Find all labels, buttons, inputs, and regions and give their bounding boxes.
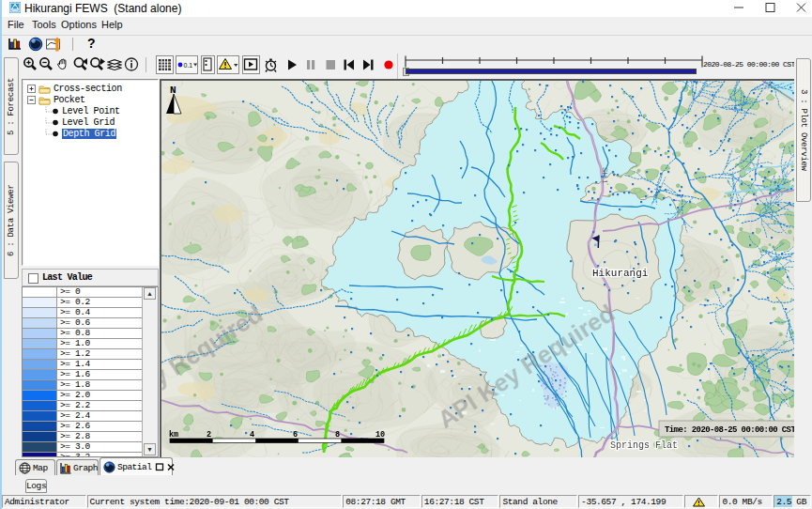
svg-text:Hikurangi: Hikurangi bbox=[592, 268, 649, 279]
tab-graph-label: Graph bbox=[73, 463, 98, 473]
svg-text:SH 1: SH 1 bbox=[601, 167, 609, 184]
layers-icon[interactable] bbox=[107, 56, 122, 74]
restore-icon[interactable] bbox=[155, 462, 164, 471]
zoom-in-icon[interactable] bbox=[23, 56, 38, 74]
svg-text:km: km bbox=[169, 430, 178, 440]
legend-swatch bbox=[23, 360, 57, 369]
scroll-down-icon[interactable]: ▼ bbox=[144, 443, 156, 455]
warning-dropdown[interactable] bbox=[217, 55, 239, 74]
toolbar-separator bbox=[72, 38, 73, 51]
status-cell: Stand alone bbox=[499, 495, 577, 508]
legend-swatch bbox=[23, 339, 57, 348]
logs-chart-icon[interactable] bbox=[8, 37, 23, 52]
timeline-slider[interactable] bbox=[404, 55, 704, 69]
toolbar-separator bbox=[146, 57, 146, 72]
tab-graph[interactable]: Graph bbox=[56, 459, 99, 475]
maximize-button[interactable] bbox=[756, 0, 784, 16]
interval-dropdown[interactable]: 0.1 bbox=[176, 55, 198, 74]
legend-list: >= 0 >= 0.2 >= 0.4 >= 0.6 >= 0.8 >= 1.0 … bbox=[22, 286, 159, 457]
step-forward-icon[interactable] bbox=[362, 58, 375, 71]
left-panel: Cross-section Pocket Level Point bbox=[21, 79, 160, 457]
timeline-date: 2020-08-25 00:00:00 CST bbox=[703, 60, 795, 69]
pan-hand-icon[interactable] bbox=[55, 56, 70, 74]
tab-data-viewer[interactable]: 6 : Data Viewer bbox=[4, 162, 19, 279]
menu-tools[interactable]: Tools bbox=[32, 19, 56, 30]
tab-map-label: Map bbox=[33, 463, 48, 473]
last-value-checkbox[interactable] bbox=[28, 273, 38, 284]
legend-swatch bbox=[23, 422, 57, 431]
status-bar: AdministratorCurrent system time:2020-09… bbox=[2, 494, 812, 509]
tree-row[interactable]: Depth Grid bbox=[23, 129, 159, 140]
step-back-icon[interactable] bbox=[343, 58, 355, 71]
zoom-previous-icon[interactable] bbox=[72, 56, 89, 74]
status-cell: 2.5 GB bbox=[774, 495, 811, 508]
legend-label: >= 1.2 bbox=[60, 348, 90, 359]
minimize-button[interactable] bbox=[725, 0, 753, 16]
status-cell: 08:27:18 GMT bbox=[343, 495, 421, 508]
legend-label: >= 0.2 bbox=[60, 297, 90, 307]
tab-logs[interactable]: Logs bbox=[25, 479, 47, 493]
svg-text:Springs Flat: Springs Flat bbox=[610, 440, 678, 451]
scroll-up-icon[interactable]: ▲ bbox=[144, 287, 156, 300]
svg-text:Time: 2020-08-25 00:00:00 CST: Time: 2020-08-25 00:00:00 CST bbox=[665, 425, 796, 435]
grid-button[interactable] bbox=[156, 55, 174, 74]
legend-swatch bbox=[23, 287, 57, 297]
legend-swatch bbox=[23, 401, 57, 410]
tree-label[interactable]: Pocket bbox=[54, 95, 85, 105]
menu-file[interactable]: File bbox=[8, 19, 24, 30]
pause-icon[interactable] bbox=[305, 58, 316, 71]
last-value-panel: Last Value bbox=[22, 269, 159, 286]
legend-label: >= 2.6 bbox=[60, 421, 90, 431]
main-toolbar: 0.1 bbox=[2, 54, 812, 79]
blue-globe-icon bbox=[103, 461, 115, 473]
menu-options[interactable]: Options bbox=[61, 19, 97, 30]
legend-scrollbar[interactable]: ▲ ▼ bbox=[142, 287, 158, 456]
road-label-sh1: SH 1 bbox=[601, 167, 609, 184]
legend-label: >= 2.8 bbox=[60, 431, 90, 441]
tab-forecast[interactable]: 5 : Forecast bbox=[4, 57, 19, 155]
legend-label: >= 1.0 bbox=[60, 338, 90, 348]
help-button[interactable]: ? bbox=[87, 36, 96, 51]
legend-label: >= 0.6 bbox=[60, 317, 90, 328]
tab-map[interactable]: Map bbox=[15, 459, 55, 475]
status-cell bbox=[684, 495, 719, 508]
svg-text:8: 8 bbox=[335, 430, 340, 440]
tab-plot-overview[interactable]: 3 : Plot Overview bbox=[796, 58, 811, 202]
tree-label[interactable]: Depth Grid bbox=[62, 129, 116, 139]
close-tab-icon[interactable] bbox=[166, 462, 176, 471]
legend-label: >= 3.0 bbox=[60, 441, 90, 452]
legend-label: >= 0.4 bbox=[60, 307, 90, 317]
timeseries-import-icon[interactable] bbox=[46, 37, 63, 52]
close-button[interactable] bbox=[787, 0, 812, 16]
legend-label: >= 2.4 bbox=[60, 410, 90, 421]
tree-label[interactable]: Level Grid bbox=[62, 117, 115, 128]
globe-icon[interactable] bbox=[28, 37, 43, 52]
map-view[interactable]: API Key Required API Key Required N SH 1… bbox=[160, 79, 796, 457]
tree-label[interactable]: Cross-section bbox=[54, 84, 122, 94]
legend-swatch bbox=[23, 308, 57, 317]
legend-swatch bbox=[23, 432, 57, 441]
timer-icon[interactable] bbox=[263, 57, 280, 75]
zoom-next-icon[interactable] bbox=[89, 56, 106, 74]
tree-row[interactable]: Level Point bbox=[23, 106, 159, 117]
tree-label[interactable]: Level Point bbox=[62, 106, 120, 116]
stop-icon[interactable] bbox=[325, 58, 336, 71]
tree-row[interactable]: Pocket bbox=[23, 95, 159, 106]
tree-row[interactable]: Level Grid bbox=[23, 117, 159, 129]
legend-label: >= 2.0 bbox=[60, 390, 90, 400]
timeline-progress[interactable] bbox=[406, 69, 697, 74]
tab-spatial[interactable]: Spatial bbox=[100, 457, 173, 475]
animation-button[interactable] bbox=[242, 55, 260, 74]
legend-label: >= 1.4 bbox=[60, 359, 90, 369]
timeline-panel: 2020-08-25 00:00:00 CST bbox=[397, 54, 799, 79]
window-title: Hikurangi FEWS (Stand alone) bbox=[24, 2, 181, 15]
play-icon[interactable] bbox=[286, 58, 298, 71]
svg-text:N: N bbox=[170, 85, 176, 96]
legend-toggle-button[interactable] bbox=[201, 55, 215, 74]
status-cell: 0.0 MB/s bbox=[719, 495, 773, 508]
tree-row[interactable]: Cross-section bbox=[23, 84, 159, 95]
menu-help[interactable]: Help bbox=[101, 19, 123, 30]
zoom-out-icon[interactable] bbox=[38, 56, 54, 74]
info-icon[interactable] bbox=[124, 56, 139, 74]
record-icon[interactable] bbox=[383, 58, 395, 71]
